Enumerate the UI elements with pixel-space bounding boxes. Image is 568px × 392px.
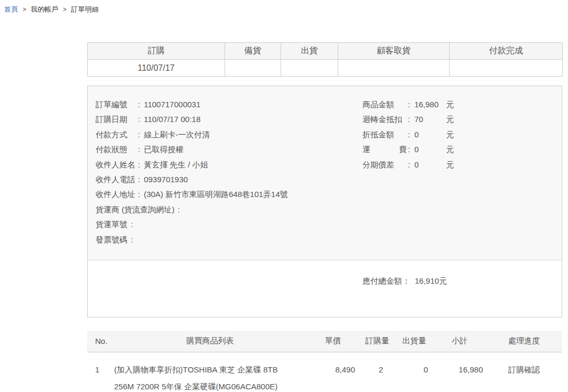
order-number-value: 1100717000031 [144,100,200,109]
order-date-row: 訂購日期:110/07/17 00:18 [96,112,362,127]
item-unit-price: 8,490 [306,352,359,392]
breadcrumb-home-link[interactable]: 首頁 [4,5,18,13]
field-colon: : [138,115,140,124]
status-value-ordered-date: 110/07/17 [88,60,225,77]
status-value-pickup [338,60,450,77]
total-amount-value: 16,910元 [415,276,447,285]
order-info-details: 訂單編號:1100717000031 訂購日期:110/07/17 00:18 … [88,86,562,260]
recipient-name-row: 收件人姓名:黃玄揮 先生 / 小姐 [96,157,362,172]
item-subtotal: 16,980 [433,352,486,392]
rebate-deduction-value: 70 [414,112,445,127]
currency-unit: 元 [446,130,454,139]
breadcrumb-separator: > [63,6,67,13]
order-status-table: 訂購 備貨 出貨 顧客取貨 付款完成 110/07/17 [87,42,563,77]
goods-amount-row: 商品金額:16,980元 [362,97,554,112]
items-header-order-qty: 訂購量 [359,331,395,352]
items-header-no: No. [87,331,114,352]
field-colon: : [138,175,140,184]
items-header-name: 購買商品列表 [114,331,306,352]
field-colon: : [408,130,410,139]
field-label: 收件人姓名 [96,157,137,172]
field-label: 商品金額 [362,97,407,112]
status-value-preparing [225,60,281,77]
field-label: 付款狀態 [96,142,137,157]
payment-method-value: 線上刷卡-一次付清 [144,130,210,139]
field-colon: : [138,160,140,169]
breadcrumb-item-current: 訂單明細 [71,5,99,13]
status-header-pickup: 顧客取貨 [338,43,450,60]
total-amount-label: 應付總金額： [362,276,410,285]
shipping-fee-value: 0 [414,142,445,157]
status-header-shipped: 出貨 [281,43,338,60]
currency-unit: 元 [446,160,454,169]
installment-diff-row: 分期價差:0元 [362,157,554,172]
carrier-row: 貨運商 (貨流查詢網址) : [96,202,362,217]
field-colon: : [138,145,140,154]
field-label: 折抵金額 [362,127,407,142]
order-info-left-column: 訂單編號:1100717000031 訂購日期:110/07/17 00:18 … [96,97,362,247]
shipping-fee-row: 運費:0元 [362,142,554,157]
field-colon: : [138,130,140,139]
purchased-items-table: No. 購買商品列表 單價 訂購量 出貨量 小計 處理進度 1 (加入購物車享折… [87,331,562,392]
status-value-shipped [281,60,338,77]
field-colon: : [138,190,140,199]
status-value-paid [450,60,563,77]
invoice-number-row: 發票號碼 : [96,232,362,247]
items-header-row: No. 購買商品列表 單價 訂購量 出貨量 小計 處理進度 [87,331,562,352]
discount-amount-row: 折抵金額:0元 [362,127,554,142]
status-header-preparing: 備貨 [225,43,281,60]
recipient-name-value: 黃玄揮 先生 / 小姐 [144,160,208,169]
installment-diff-value: 0 [414,157,445,172]
payment-status-value: 已取得授權 [144,145,183,154]
discount-amount-value: 0 [414,127,445,142]
field-label: 收件人電話 [96,172,137,187]
rebate-deduction-row: 迴轉金抵扣:70元 [362,112,554,127]
tracking-number-row: 貨運單號 : [96,217,362,232]
item-no: 1 [87,352,114,392]
payment-method-row: 付款方式:線上刷卡-一次付清 [96,127,362,142]
order-total-section: 應付總金額：16,910元 [88,260,562,317]
field-colon: : [178,205,180,214]
breadcrumb: 首頁 > 我的帳戶 > 訂單明細 [0,0,568,14]
item-order-qty: 2 [359,352,395,392]
items-header-ship-qty: 出貨量 [395,331,433,352]
field-colon: : [408,100,410,109]
goods-amount-value: 16,980 [414,97,445,112]
status-value-row: 110/07/17 [88,60,563,77]
currency-unit: 元 [446,145,454,154]
field-colon: : [131,220,133,229]
field-label: 訂購日期 [96,112,137,127]
field-label: 收件人地址 [96,187,137,202]
field-colon: : [131,235,133,244]
items-header-progress: 處理進度 [486,331,562,352]
field-colon: : [408,145,410,154]
status-header-ordered: 訂購 [88,43,225,60]
recipient-phone-row: 收件人電話:0939701930 [96,172,362,187]
field-label: 貨運單號 [96,220,127,229]
field-label: 運費 [362,142,407,157]
breadcrumb-item-account[interactable]: 我的帳戶 [31,5,58,13]
table-row: 1 (加入購物車享折扣)TOSHIBA 東芝 企業碟 8TB 256M 7200… [87,352,562,392]
order-info-panel: 訂單編號:1100717000031 訂購日期:110/07/17 00:18 … [87,86,562,318]
item-name: (加入購物車享折扣)TOSHIBA 東芝 企業碟 8TB 256M 7200R … [114,352,306,392]
field-colon: : [408,115,410,124]
currency-unit: 元 [446,100,454,109]
field-label: 付款方式 [96,127,137,142]
recipient-address-value: (30A) 新竹市東區明湖路648巷101弄14號 [144,190,288,199]
item-progress: 訂購確認 [486,352,562,392]
status-header-row: 訂購 備貨 出貨 顧客取貨 付款完成 [88,43,563,60]
payment-status-row: 付款狀態:已取得授權 [96,142,362,157]
status-header-paid: 付款完成 [450,43,563,60]
order-info-right-column: 商品金額:16,980元 迴轉金抵扣:70元 折抵金額:0元 運費:0元 分期價… [362,97,554,247]
item-ship-qty: 0 [395,352,433,392]
field-colon: : [408,160,410,169]
items-header-subtotal: 小計 [433,331,486,352]
breadcrumb-separator: > [23,6,26,13]
order-number-row: 訂單編號:1100717000031 [96,97,362,112]
items-header-unit-price: 單價 [306,331,359,352]
recipient-address-row: 收件人地址:(30A) 新竹市東區明湖路648巷101弄14號 [96,187,362,202]
recipient-phone-value: 0939701930 [144,175,188,184]
field-colon: : [138,100,140,109]
field-label: 分期價差 [362,157,407,172]
field-label: 貨運商 (貨流查詢網址) [96,205,174,214]
